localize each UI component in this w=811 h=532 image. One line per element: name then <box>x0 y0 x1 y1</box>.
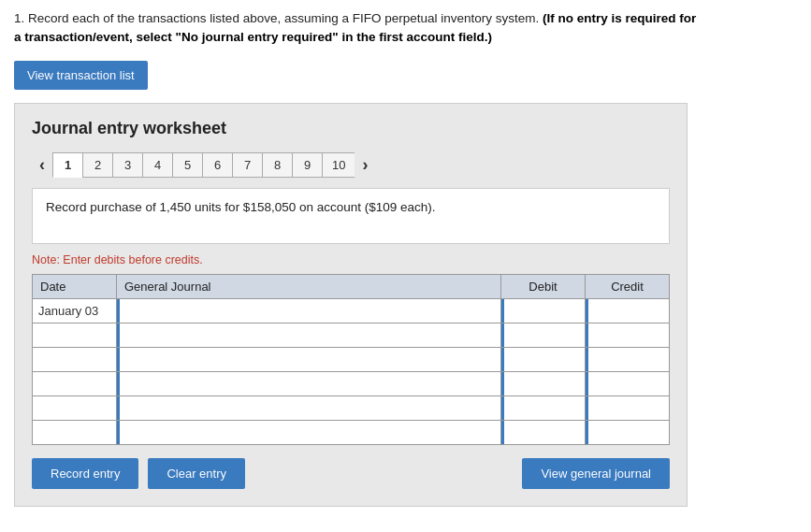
date-cell-2 <box>33 323 117 347</box>
debit-input-5[interactable] <box>501 396 585 420</box>
tab-9[interactable]: 9 <box>292 152 322 178</box>
credit-cell-4[interactable] <box>586 371 670 395</box>
credit-cell-3[interactable] <box>586 347 670 371</box>
debit-input-3[interactable] <box>501 348 585 371</box>
date-header: Date <box>33 274 117 298</box>
debit-input-1[interactable] <box>501 299 585 323</box>
gj-cell-1[interactable] <box>117 298 501 323</box>
gj-cell-3[interactable] <box>117 347 501 371</box>
debit-input-2[interactable] <box>501 324 585 347</box>
view-general-journal-button[interactable]: View general journal <box>522 458 670 489</box>
credit-input-6[interactable] <box>586 421 669 444</box>
gj-input-3[interactable] <box>117 348 500 371</box>
tab-1[interactable]: 1 <box>52 152 82 178</box>
debit-cell-4[interactable] <box>501 371 586 395</box>
gj-cell-5[interactable] <box>117 395 501 420</box>
debit-input-6[interactable] <box>501 421 585 444</box>
credit-cell-1[interactable] <box>586 298 670 323</box>
worksheet-title: Journal entry worksheet <box>32 119 670 138</box>
general-journal-header: General Journal <box>117 274 501 298</box>
date-cell-5 <box>33 395 117 420</box>
gj-input-6[interactable] <box>117 421 500 444</box>
prev-tab-button[interactable]: ‹ <box>32 151 52 179</box>
table-row <box>33 420 670 444</box>
date-cell-3 <box>33 347 117 371</box>
journal-table: Date General Journal Debit Credit Januar… <box>32 274 670 445</box>
button-row: Record entry Clear entry View general jo… <box>32 458 670 489</box>
credit-input-5[interactable] <box>586 396 669 420</box>
tab-8[interactable]: 8 <box>262 152 292 178</box>
date-cell-4 <box>33 371 117 395</box>
debit-cell-6[interactable] <box>501 420 586 444</box>
date-cell-1: January 03 <box>33 298 117 323</box>
gj-cell-6[interactable] <box>117 420 501 444</box>
tab-4[interactable]: 4 <box>142 152 172 178</box>
instructions: 1. Record each of the transactions liste… <box>14 9 706 48</box>
view-transaction-button[interactable]: View transaction list <box>14 61 148 90</box>
worksheet-container: Journal entry worksheet ‹ 1 2 3 4 5 6 7 … <box>14 103 688 507</box>
tab-6[interactable]: 6 <box>202 152 232 178</box>
credit-cell-2[interactable] <box>586 323 670 347</box>
record-entry-button[interactable]: Record entry <box>32 458 138 489</box>
tab-10[interactable]: 10 <box>322 152 355 178</box>
credit-input-2[interactable] <box>586 324 669 347</box>
credit-cell-5[interactable] <box>586 395 670 420</box>
table-row <box>33 347 670 371</box>
debit-cell-3[interactable] <box>501 347 586 371</box>
gj-input-2[interactable] <box>117 324 500 347</box>
credit-input-4[interactable] <box>586 372 669 395</box>
table-row <box>33 323 670 347</box>
gj-cell-2[interactable] <box>117 323 501 347</box>
debit-cell-5[interactable] <box>501 395 586 420</box>
tab-3[interactable]: 3 <box>112 152 142 178</box>
table-row <box>33 371 670 395</box>
tab-2[interactable]: 2 <box>82 152 112 178</box>
debit-input-4[interactable] <box>501 372 585 395</box>
tab-5[interactable]: 5 <box>172 152 202 178</box>
date-cell-6 <box>33 420 117 444</box>
credit-input-1[interactable] <box>586 299 669 323</box>
clear-entry-button[interactable]: Clear entry <box>148 458 245 489</box>
debit-cell-1[interactable] <box>501 298 586 323</box>
gj-input-4[interactable] <box>117 372 500 395</box>
tab-navigation: ‹ 1 2 3 4 5 6 7 8 9 10 › <box>32 151 670 179</box>
credit-cell-6[interactable] <box>586 420 670 444</box>
table-row: January 03 <box>33 298 670 323</box>
credit-input-3[interactable] <box>586 348 669 371</box>
gj-input-5[interactable] <box>117 396 500 420</box>
next-tab-button[interactable]: › <box>355 151 375 179</box>
credit-header: Credit <box>586 274 670 298</box>
tab-7[interactable]: 7 <box>232 152 262 178</box>
note-text: Note: Enter debits before credits. <box>32 253 670 266</box>
transaction-description: Record purchase of 1,450 units for $158,… <box>32 188 670 244</box>
gj-cell-4[interactable] <box>117 371 501 395</box>
debit-header: Debit <box>501 274 586 298</box>
table-row <box>33 395 670 420</box>
debit-cell-2[interactable] <box>501 323 586 347</box>
gj-input-1[interactable] <box>117 299 500 323</box>
